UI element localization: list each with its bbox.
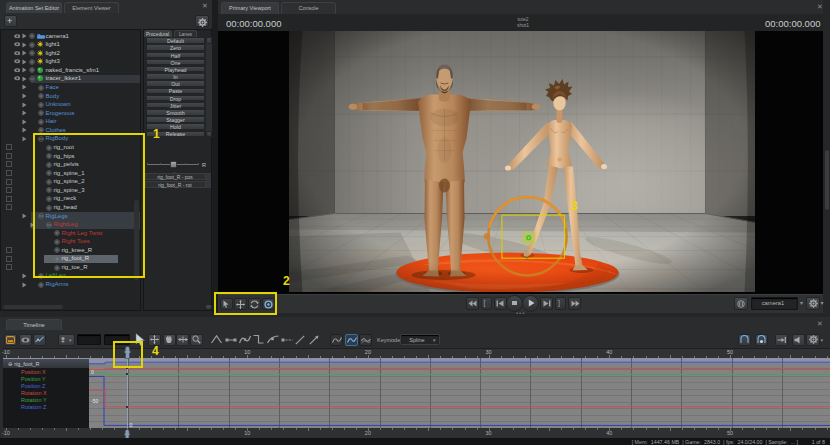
svg-text:3: 3 [571,198,578,212]
